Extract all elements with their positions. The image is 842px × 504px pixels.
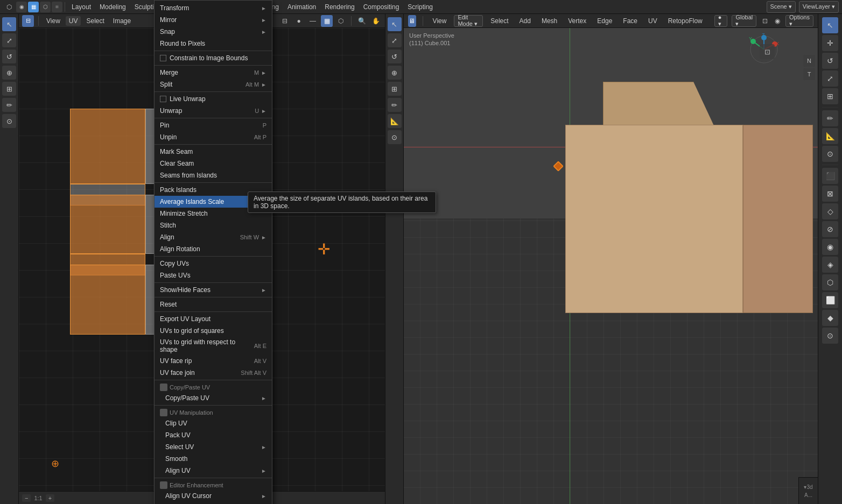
menu-item-uv-face-join[interactable]: UV face join Shift Alt V [155, 367, 272, 379]
rt-loop-btn[interactable]: ⊠ [822, 186, 838, 202]
rt-edge-slide-btn[interactable]: ◆ [822, 310, 838, 326]
a-button[interactable]: A... [804, 492, 812, 498]
uv-zoom-in-btn[interactable]: + [46, 494, 54, 502]
rt-move-btn[interactable]: ✛ [822, 35, 838, 51]
proportional-toggle[interactable]: ◉ [773, 15, 781, 27]
cursor-3d-tool-btn[interactable]: ⊙ [388, 130, 402, 144]
uv-menu-uv[interactable]: UV [66, 16, 81, 26]
options-selector[interactable]: Options ▾ [785, 15, 813, 27]
menu-item-mark-seam[interactable]: Mark Seam [155, 146, 272, 158]
vp-menu-uv[interactable]: UV [645, 16, 661, 26]
menu-item-align-uv-cursor[interactable]: Align UV Cursor ► [155, 490, 272, 502]
rt-to-sphere-btn[interactable]: ◉ [822, 239, 838, 255]
uv-menu-image[interactable]: Image [110, 16, 134, 26]
menu-layout[interactable]: Layout [67, 2, 95, 12]
select-3d-tool-btn[interactable]: ↖ [388, 17, 402, 31]
n-panel-toggle[interactable]: N [803, 55, 815, 67]
rt-rip-btn[interactable]: ◇ [822, 203, 838, 219]
menu-item-unpin[interactable]: Unpin Alt P [155, 131, 272, 143]
menu-item-clip-uv[interactable]: Clip UV [155, 417, 272, 429]
menu-item-pack-uv[interactable]: Pack UV [155, 429, 272, 441]
rt-transform-btn[interactable]: ⊞ [822, 88, 838, 104]
viewport-editor-icon[interactable]: 🖥 [408, 15, 416, 27]
menu-item-copy-paste-uv[interactable]: Copy/Paste UV ► [155, 392, 272, 404]
menu-item-uv-face-rip[interactable]: UV face rip Alt V [155, 355, 272, 367]
cursor-tool-btn[interactable]: ⊙ [2, 114, 16, 128]
menu-item-seams-from-islands[interactable]: Seams from Islands [155, 169, 272, 181]
menu-item-show-hide-faces[interactable]: Show/Hide Faces ► [155, 284, 272, 296]
menu-item-constrain[interactable]: Constrain to Image Bounds [155, 52, 272, 64]
viewport-3d[interactable]: 🖥 View Edit Mode ▾ Select Add Mesh Verte… [404, 14, 818, 504]
vp-menu-add[interactable]: Add [516, 16, 534, 26]
vp-menu-view[interactable]: View [430, 16, 450, 26]
menu-item-round-pixels[interactable]: Round to Pixels [155, 38, 272, 49]
menu-item-clear-seam[interactable]: Clear Seam [155, 158, 272, 169]
scale-3d-tool-btn[interactable]: ⊕ [388, 66, 402, 80]
menu-item-live-unwrap[interactable]: Live Unwrap [155, 93, 272, 105]
rt-measure-btn[interactable]: 📐 [822, 128, 838, 144]
menu-compositing[interactable]: Compositing [359, 2, 404, 12]
menu-item-unwrap[interactable]: Unwrap U ► [155, 105, 272, 117]
menu-item-align[interactable]: Align Shift W ► [155, 231, 272, 243]
layout-icon[interactable]: ▦ [28, 2, 39, 12]
menu-item-uv-bounding-box[interactable]: UV Bounding Box [155, 502, 272, 504]
constrain-checkbox[interactable] [160, 55, 166, 61]
scale-tool-btn[interactable]: ⊕ [2, 66, 16, 80]
vp-menu-edge[interactable]: Edge [594, 16, 615, 26]
transform-tool-btn[interactable]: ⤢ [2, 33, 16, 47]
menu-item-stitch[interactable]: Stitch [155, 219, 272, 231]
rt-push-pull-btn[interactable]: ◈ [822, 257, 838, 273]
transform-3d-tool-btn[interactable]: ⊞ [388, 82, 402, 96]
select-tool-btn[interactable]: ↖ [2, 17, 16, 31]
menu-modeling[interactable]: Modeling [95, 2, 130, 12]
orientation-selector[interactable]: Global ▾ [732, 15, 756, 27]
rt-shrink-btn[interactable]: ⊙ [822, 328, 838, 344]
menu-rendering[interactable]: Rendering [320, 2, 359, 12]
menu-item-pin[interactable]: Pin P [155, 119, 272, 131]
rotate-tool-btn[interactable]: ↺ [2, 49, 16, 63]
rt-scale-btn[interactable]: ⤢ [822, 70, 838, 87]
menu-item-transform[interactable]: Transform ► [155, 2, 272, 14]
grab-tool-btn[interactable]: ⊞ [2, 82, 16, 96]
edit-mode-selector[interactable]: Edit Mode ▾ [454, 15, 483, 27]
menu-item-merge[interactable]: Merge M ► [155, 67, 272, 79]
view-layer-selector[interactable]: ViewLayer ▾ [799, 1, 839, 13]
menu-item-select-uv[interactable]: Select UV ► [155, 441, 272, 453]
uv-island-mode-icon[interactable]: ⬡ [335, 15, 347, 27]
menu-item-paste-uvs[interactable]: Paste UVs [155, 269, 272, 281]
rt-select-btn[interactable]: ↖ [822, 17, 838, 33]
menu-item-uvs-to-grid-shape[interactable]: UVs to grid with respect to shape Alt E [155, 337, 272, 355]
rt-rotate-btn[interactable]: ↺ [822, 53, 838, 69]
move-3d-tool-btn[interactable]: ⤢ [388, 33, 402, 47]
measure-3d-tool-btn[interactable]: 📐 [388, 114, 402, 128]
sculpt-icon[interactable]: ⌗ [52, 2, 62, 12]
annotate-tool-btn[interactable]: ✏ [2, 98, 16, 112]
menu-item-export-uv[interactable]: Export UV Layout [155, 313, 272, 325]
menu-animation[interactable]: Animation [283, 2, 320, 12]
uv-zoom-out-btn[interactable]: − [22, 494, 31, 502]
uv-editor-icon[interactable]: ⊟ [22, 15, 34, 27]
snap-toggle[interactable]: ⊡ [761, 15, 769, 27]
rotate-3d-tool-btn[interactable]: ↺ [388, 49, 402, 63]
render-mode-icon[interactable]: ◉ [16, 2, 27, 12]
annotate-3d-tool-btn[interactable]: ✏ [388, 98, 402, 112]
vp-menu-mesh[interactable]: Mesh [538, 16, 560, 26]
menu-item-reset[interactable]: Reset [155, 299, 272, 310]
view-3d-label[interactable]: ▾3d [804, 484, 812, 490]
scene-selector[interactable]: Scene ▾ [767, 1, 796, 13]
vp-menu-retopoflow[interactable]: RetopoFlow [665, 16, 706, 26]
uv-hand-icon[interactable]: ✋ [370, 15, 382, 27]
menu-item-mirror[interactable]: Mirror ► [155, 14, 272, 26]
viewport-shading-selector[interactable]: ● ▾ [714, 15, 728, 27]
rt-box-btn[interactable]: ⬛ [822, 168, 838, 184]
rt-shear-btn[interactable]: ⊘ [822, 221, 838, 237]
rt-smooth-btn[interactable]: ⬡ [822, 274, 838, 290]
blender-logo-icon[interactable]: ⬡ [3, 1, 15, 13]
uv-edge-mode-icon[interactable]: — [307, 15, 319, 27]
uv-face-mode-icon[interactable]: ▦ [321, 15, 333, 27]
menu-item-smooth[interactable]: Smooth [155, 453, 272, 465]
vp-menu-face[interactable]: Face [620, 16, 641, 26]
live-unwrap-checkbox[interactable] [160, 96, 166, 102]
menu-item-align-rotation[interactable]: Align Rotation [155, 243, 272, 255]
menu-item-snap[interactable]: Snap ► [155, 26, 272, 38]
